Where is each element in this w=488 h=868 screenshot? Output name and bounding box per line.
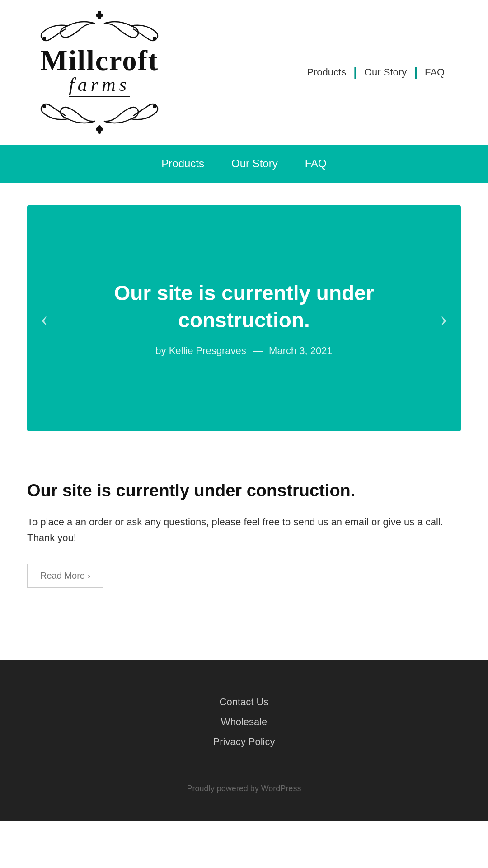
main-content: Our site is currently under construction… xyxy=(0,454,488,606)
nav-separator-2: | xyxy=(414,65,418,80)
header-nav-products[interactable]: Products xyxy=(300,66,353,78)
header-nav: Products | Our Story | FAQ xyxy=(300,65,452,80)
footer-contact-link[interactable]: Contact Us xyxy=(220,696,269,708)
nav-separator-1: | xyxy=(353,65,357,80)
slider-title: Our site is currently under construction… xyxy=(81,280,407,334)
ornament-bottom-icon xyxy=(36,99,163,135)
footer-wholesale-link[interactable]: Wholesale xyxy=(221,716,267,728)
brand-name: Millcroft xyxy=(40,46,159,75)
slider-prev-button[interactable]: ‹ xyxy=(32,297,57,340)
footer-powered: Proudly powered by WordPress xyxy=(187,784,301,793)
svg-point-3 xyxy=(98,17,101,19)
header-nav-faq[interactable]: FAQ xyxy=(418,66,452,78)
svg-point-5 xyxy=(153,37,156,40)
hero-slider: ‹ Our site is currently under constructi… xyxy=(27,205,461,431)
svg-point-4 xyxy=(42,37,46,40)
content-title: Our site is currently under construction… xyxy=(27,481,461,500)
slider-date: March 3, 2021 xyxy=(269,345,333,356)
slider-by-label: by xyxy=(155,345,166,356)
navbar-item-products[interactable]: Products xyxy=(161,157,204,170)
header-nav-our-story[interactable]: Our Story xyxy=(357,66,414,78)
svg-point-2 xyxy=(98,11,101,14)
site-footer: Contact Us Wholesale Privacy Policy Prou… xyxy=(0,660,488,821)
ornament-top-icon xyxy=(36,10,163,46)
slider-author: Kellie Presgraves xyxy=(169,345,246,356)
content-body: To place a an order or ask any questions… xyxy=(27,514,461,546)
svg-point-9 xyxy=(98,125,101,128)
navbar-item-our-story[interactable]: Our Story xyxy=(231,157,278,170)
svg-point-11 xyxy=(153,104,156,108)
navbar-item-faq[interactable]: FAQ xyxy=(305,157,327,170)
logo[interactable]: Millcroft farms xyxy=(36,10,163,135)
read-more-button[interactable]: Read More › xyxy=(27,564,103,588)
slider-meta: by Kellie Presgraves — March 3, 2021 xyxy=(81,345,407,357)
svg-point-10 xyxy=(42,104,46,108)
brand-script: farms xyxy=(69,75,130,97)
footer-links: Contact Us Wholesale Privacy Policy xyxy=(213,696,275,748)
main-navbar: Products Our Story FAQ xyxy=(0,145,488,183)
slider-dash: — xyxy=(253,345,265,356)
svg-point-8 xyxy=(98,130,101,134)
footer-privacy-link[interactable]: Privacy Policy xyxy=(213,736,275,748)
site-header: Millcroft farms Products | Our Story | F… xyxy=(0,0,488,145)
slider-next-button[interactable]: › xyxy=(431,297,456,340)
slider-content: Our site is currently under construction… xyxy=(27,244,461,393)
